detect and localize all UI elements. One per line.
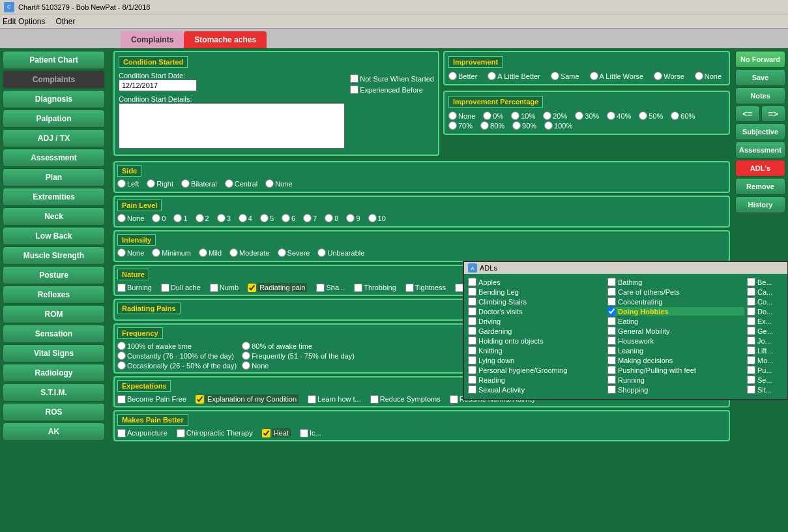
adl-lying-down[interactable]: Lying down <box>468 356 605 364</box>
intensity-minimum[interactable]: Minimum <box>152 248 191 257</box>
pain-7[interactable]: 7 <box>303 214 317 222</box>
adl-pushing-pulling[interactable]: Pushing/Pulling with feet <box>607 366 744 374</box>
improvement-better[interactable]: Better <box>448 72 477 80</box>
adl-knitting[interactable]: Knitting <box>468 346 605 355</box>
adl-col3-12[interactable]: Sit... <box>747 385 783 394</box>
side-left[interactable]: Left <box>117 179 139 188</box>
sidebar-ros[interactable]: ROS <box>3 403 105 421</box>
adl-apples[interactable]: Apples <box>468 278 605 286</box>
assessment-button[interactable]: Assessment <box>735 141 785 158</box>
adl-sexual-activity[interactable]: Sexual Activity <box>468 385 605 394</box>
improvement-same[interactable]: Same <box>551 72 579 80</box>
adl-concentrating[interactable]: Concentrating <box>607 297 744 306</box>
details-textarea[interactable] <box>119 103 345 149</box>
pct-20[interactable]: 20% <box>543 111 567 120</box>
pain-3[interactable]: 3 <box>217 214 231 222</box>
prev-button[interactable]: <= <box>735 106 760 122</box>
nature-radiating-pain[interactable]: Radiating pain <box>248 283 307 292</box>
intensity-mild[interactable]: Mild <box>199 248 222 257</box>
adl-making-decisions[interactable]: Making decisions <box>607 356 744 364</box>
sidebar-stim[interactable]: S.T.I.M. <box>3 383 105 402</box>
freq-none[interactable]: None <box>242 361 355 370</box>
adl-leaning[interactable]: Leaning <box>607 346 744 355</box>
adl-personal-hygiene[interactable]: Personal hygiene/Grooming <box>468 366 605 374</box>
pain-1[interactable]: 1 <box>173 214 187 222</box>
pct-0[interactable]: 0% <box>483 111 503 120</box>
exp-explanation[interactable]: Explanation of my Condition <box>196 394 299 404</box>
intensity-none[interactable]: None <box>117 248 144 257</box>
adl-col3-3[interactable]: Co... <box>747 297 783 306</box>
adl-col3-5[interactable]: Ex... <box>747 317 783 325</box>
exp-reduce[interactable]: Reduce Symptoms <box>370 394 441 404</box>
sidebar-muscle-strength[interactable]: Muscle Strength <box>3 246 105 265</box>
pain-6[interactable]: 6 <box>282 214 295 222</box>
side-central[interactable]: Central <box>225 179 257 188</box>
nature-burning[interactable]: Burning <box>117 283 152 292</box>
better-chiro[interactable]: Chiropractic Therapy <box>177 428 253 437</box>
exp-pain-free[interactable]: Become Pain Free <box>117 394 186 404</box>
adl-eating[interactable]: Eating <box>607 317 744 325</box>
subjective-button[interactable]: Subjective <box>735 123 785 140</box>
adl-shopping[interactable]: Shopping <box>607 385 744 394</box>
nature-tightness[interactable]: Tightness <box>405 283 446 292</box>
adl-col3-6[interactable]: Ge... <box>747 327 783 335</box>
pct-10[interactable]: 10% <box>511 111 535 120</box>
adl-col3-4[interactable]: Do... <box>747 307 783 316</box>
sidebar-assessment[interactable]: Assessment <box>3 149 105 167</box>
pct-50[interactable]: 50% <box>639 111 663 120</box>
pct-40[interactable]: 40% <box>607 111 631 120</box>
side-right[interactable]: Right <box>147 179 173 188</box>
sidebar-vital-signs[interactable]: Vital Signs <box>3 344 105 362</box>
better-heat[interactable]: Heat <box>262 428 291 437</box>
pain-none[interactable]: None <box>117 214 144 222</box>
freq-80-awake[interactable]: 80% of awake time <box>242 342 355 350</box>
pain-9[interactable]: 9 <box>346 214 360 222</box>
adl-doctors-visits[interactable]: Doctor's visits <box>468 307 605 316</box>
save-button[interactable]: Save <box>735 69 785 86</box>
adl-col3-1[interactable]: Be... <box>747 278 783 286</box>
nature-throbbing[interactable]: Throbbing <box>354 283 396 292</box>
sidebar-ak[interactable]: AK <box>3 422 105 441</box>
sidebar-adj-tx[interactable]: ADJ / TX <box>3 129 105 147</box>
pct-70[interactable]: 70% <box>448 121 473 130</box>
adl-button[interactable]: ADL's <box>735 160 785 177</box>
better-acupuncture[interactable]: Acupuncture <box>117 428 168 437</box>
sidebar-diagnosis[interactable]: Diagnosis <box>3 90 105 108</box>
freq-occasionally[interactable]: Occasionally (26 - 50% of the day) <box>117 361 237 370</box>
next-button[interactable]: => <box>761 106 786 122</box>
adl-running[interactable]: Running <box>607 376 744 384</box>
pct-80[interactable]: 80% <box>480 121 504 130</box>
pain-10[interactable]: 10 <box>368 214 386 222</box>
exp-learn[interactable]: Learn how t... <box>308 394 361 404</box>
freq-100-awake[interactable]: 100% of awake time <box>117 342 237 350</box>
side-none[interactable]: None <box>265 179 292 188</box>
sidebar-neck[interactable]: Neck <box>3 207 105 226</box>
intensity-moderate[interactable]: Moderate <box>229 248 269 257</box>
pain-0[interactable]: 0 <box>152 214 166 222</box>
pct-none[interactable]: None <box>448 111 475 120</box>
sidebar-low-back[interactable]: Low Back <box>3 227 105 245</box>
sidebar-complaints[interactable]: Complaints <box>3 70 105 89</box>
adl-doing-hobbies[interactable]: Doing Hobbies <box>607 307 744 316</box>
improvement-none[interactable]: None <box>695 72 722 80</box>
intensity-unbearable[interactable]: Unbearable <box>317 248 364 257</box>
adl-general-mobility[interactable]: General Mobility <box>607 327 744 335</box>
adl-col3-10[interactable]: Pu... <box>747 366 783 374</box>
menu-other[interactable]: Other <box>55 17 75 26</box>
sidebar-radiology[interactable]: Radiology <box>3 364 105 382</box>
improvement-a-little-worse[interactable]: A Little Worse <box>590 72 644 80</box>
tab-complaints[interactable]: Complaints <box>121 31 184 48</box>
adl-housework[interactable]: Housework <box>607 336 744 345</box>
freq-constantly[interactable]: Constantly (76 - 100% of the day) <box>117 351 237 360</box>
nature-dull-ache[interactable]: Dull ache <box>161 283 201 292</box>
tab-stomache-aches[interactable]: Stomache aches <box>184 31 267 48</box>
sidebar-plan[interactable]: Plan <box>3 168 105 186</box>
adl-gardening[interactable]: Gardening <box>468 327 605 335</box>
pct-90[interactable]: 90% <box>512 121 536 130</box>
sidebar-rom[interactable]: ROM <box>3 305 105 323</box>
start-date-input[interactable] <box>119 80 197 91</box>
adl-climbing-stairs[interactable]: Climbing Stairs <box>468 297 605 306</box>
pct-30[interactable]: 30% <box>575 111 599 120</box>
freq-frequently[interactable]: Frequently (51 - 75% of the day) <box>242 351 355 360</box>
sidebar-sensation[interactable]: Sensation <box>3 325 105 343</box>
